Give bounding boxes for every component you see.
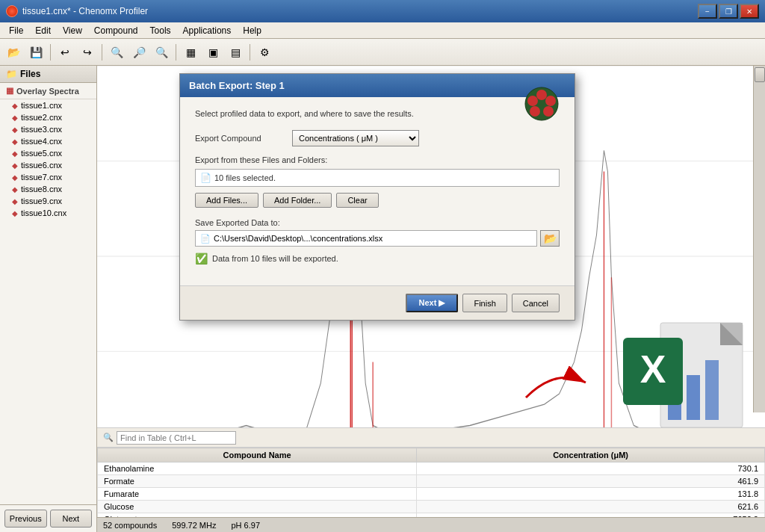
file-icon-1: ◆ bbox=[12, 102, 18, 110]
files-selected-text: 10 files selected. bbox=[214, 173, 276, 182]
sidebar-title: Files bbox=[20, 69, 40, 79]
menu-compound[interactable]: Compound bbox=[88, 24, 144, 37]
svg-point-26 bbox=[545, 96, 556, 106]
settings-button[interactable]: ⚙ bbox=[254, 42, 275, 63]
toolbar-separator-1 bbox=[50, 44, 51, 61]
restore-button[interactable]: ❐ bbox=[719, 4, 738, 19]
dialog-title: Batch Export: Step 1 bbox=[189, 80, 285, 91]
save-button[interactable]: 💾 bbox=[25, 42, 46, 63]
view3-button[interactable]: ▤ bbox=[225, 42, 246, 63]
menu-view[interactable]: View bbox=[57, 24, 88, 37]
file-icon-2: ◆ bbox=[12, 114, 18, 122]
export-compound-select[interactable]: Concentrations ( μM ) Compound Amounts P… bbox=[292, 130, 419, 146]
dialog-header: Batch Export: Step 1 bbox=[180, 74, 574, 97]
undo-button[interactable]: ↩ bbox=[55, 42, 75, 63]
menu-applications[interactable]: Applications bbox=[177, 24, 238, 37]
cancel-button[interactable]: Cancel bbox=[512, 294, 560, 312]
add-folder-button[interactable]: Add Folder... bbox=[263, 193, 332, 208]
export-arrow bbox=[511, 360, 601, 405]
files-buttons-row: Add Files... Add Folder... Clear bbox=[195, 193, 560, 208]
file-icon-5: ◆ bbox=[12, 149, 18, 158]
close-button[interactable]: ✕ bbox=[740, 4, 759, 19]
sidebar-header: 📁 Files bbox=[0, 66, 96, 83]
folder-icon: 📁 bbox=[6, 69, 17, 79]
add-files-button[interactable]: Add Files... bbox=[195, 193, 258, 208]
file-label-10: tissue10.cnx bbox=[21, 208, 66, 217]
menu-bar: File Edit View Compound Tools Applicatio… bbox=[0, 22, 765, 39]
sidebar-item-tissue7[interactable]: ◆ tissue7.cnx bbox=[0, 171, 96, 183]
search-down-button[interactable]: 🔍 bbox=[151, 42, 172, 63]
save-path-icon: 📄 bbox=[200, 234, 211, 244]
files-section-label: Export from these Files and Folders: bbox=[195, 155, 560, 164]
file-icon-7: ◆ bbox=[12, 173, 18, 182]
overlay-icon: ▦ bbox=[6, 86, 13, 96]
file-icon-6: ◆ bbox=[12, 161, 18, 170]
menu-help[interactable]: Help bbox=[237, 24, 267, 37]
sidebar-item-tissue8[interactable]: ◆ tissue8.cnx bbox=[0, 183, 96, 195]
menu-tools[interactable]: Tools bbox=[144, 24, 177, 37]
file-icon-4: ◆ bbox=[12, 137, 18, 146]
svg-point-25 bbox=[527, 96, 538, 106]
toolbar-separator-4 bbox=[250, 44, 250, 61]
sidebar-item-tissue4[interactable]: ◆ tissue4.cnx bbox=[0, 135, 96, 147]
sidebar-item-tissue9[interactable]: ◆ tissue9.cnx bbox=[0, 195, 96, 207]
view2-button[interactable]: ▣ bbox=[202, 42, 223, 63]
redo-button[interactable]: ↪ bbox=[77, 42, 98, 63]
sidebar-item-tissue5[interactable]: ◆ tissue5.cnx bbox=[0, 147, 96, 159]
dialog-overlay: Batch Export: Step 1 Select profiled dat… bbox=[97, 66, 765, 532]
file-icon-3: ◆ bbox=[12, 126, 18, 134]
minimize-button[interactable]: − bbox=[698, 4, 717, 19]
menu-file[interactable]: File bbox=[3, 24, 29, 37]
files-box-icon: 📄 bbox=[200, 173, 211, 183]
batch-export-dialog: Batch Export: Step 1 Select profiled dat… bbox=[179, 73, 575, 321]
search-up-button[interactable]: 🔎 bbox=[128, 42, 149, 63]
excel-icon-overlay: X bbox=[601, 315, 750, 435]
window-title: tissue1.cnx* - Chenomx Profiler bbox=[22, 6, 148, 16]
file-icon-10: ◆ bbox=[12, 209, 18, 217]
menu-edit[interactable]: Edit bbox=[29, 24, 57, 37]
next-button[interactable]: Next ▶ bbox=[406, 294, 459, 312]
svg-text:X: X bbox=[640, 347, 666, 391]
status-check-icon: ✅ bbox=[195, 253, 208, 265]
export-compound-control: Concentrations ( μM ) Compound Amounts P… bbox=[292, 130, 560, 146]
overlay-spectra-label: Overlay Spectra bbox=[16, 87, 79, 96]
sidebar-item-tissue10[interactable]: ◆ tissue10.cnx bbox=[0, 207, 96, 219]
content-area: 0.6 0.4 0.2 0.0 bbox=[97, 66, 765, 532]
file-label-6: tissue6.cnx bbox=[21, 161, 62, 170]
save-label: Save Exported Data to: bbox=[195, 218, 560, 227]
svg-rect-18 bbox=[687, 375, 700, 420]
clear-button[interactable]: Clear bbox=[336, 193, 378, 208]
sidebar-item-tissue2[interactable]: ◆ tissue2.cnx bbox=[0, 111, 96, 123]
save-path-display: 📄 C:\Users\David\Desktop\...\concentrati… bbox=[195, 230, 537, 247]
file-label-8: tissue8.cnx bbox=[21, 185, 62, 194]
toolbar-separator-2 bbox=[102, 44, 102, 61]
file-label-4: tissue4.cnx bbox=[21, 137, 62, 146]
previous-button[interactable]: Previous bbox=[4, 510, 47, 528]
sidebar-item-tissue3[interactable]: ◆ tissue3.cnx bbox=[0, 123, 96, 135]
file-label-1: tissue1.cnx bbox=[21, 101, 62, 110]
file-icon-9: ◆ bbox=[12, 197, 18, 205]
save-section: Save Exported Data to: 📄 C:\Users\David\… bbox=[195, 218, 560, 247]
export-compound-row: Export Compound Concentrations ( μM ) Co… bbox=[195, 130, 560, 146]
export-status-message: ✅ Data from 10 files will be exported. bbox=[195, 253, 560, 265]
title-bar: tissue1.cnx* - Chenomx Profiler − ❐ ✕ bbox=[0, 0, 765, 22]
file-label-7: tissue7.cnx bbox=[21, 173, 62, 182]
excel-svg: X bbox=[601, 315, 750, 435]
sidebar-item-tissue1[interactable]: ◆ tissue1.cnx bbox=[0, 99, 96, 111]
svg-point-24 bbox=[536, 90, 547, 100]
chenomx-logo bbox=[524, 86, 560, 122]
open-button[interactable]: 📂 bbox=[3, 42, 24, 63]
main-layout: 📁 Files ▦ Overlay Spectra ◆ tissue1.cnx … bbox=[0, 66, 765, 532]
finish-button[interactable]: Finish bbox=[462, 294, 507, 312]
view1-button[interactable]: ▦ bbox=[180, 42, 201, 63]
sidebar-footer: Previous Next bbox=[0, 504, 96, 532]
app-icon bbox=[6, 5, 18, 17]
svg-point-27 bbox=[530, 106, 540, 117]
save-path-row: 📄 C:\Users\David\Desktop\...\concentrati… bbox=[195, 230, 560, 247]
files-section: Export from these Files and Folders: 📄 1… bbox=[195, 155, 560, 208]
browse-button[interactable]: 📂 bbox=[540, 230, 560, 247]
sidebar-item-tissue6[interactable]: ◆ tissue6.cnx bbox=[0, 159, 96, 171]
next-file-button[interactable]: Next bbox=[50, 510, 93, 528]
status-text: Data from 10 files will be exported. bbox=[212, 254, 338, 263]
search-button[interactable]: 🔍 bbox=[106, 42, 127, 63]
